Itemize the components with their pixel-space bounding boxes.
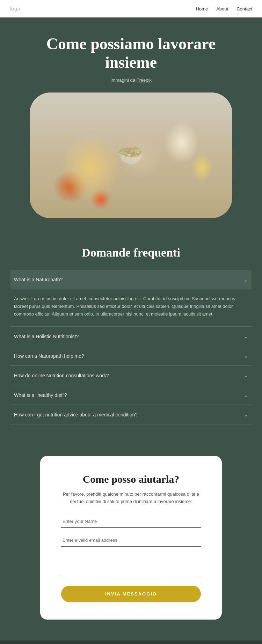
faq-item-3: How can a Naturopath help me? ⌄ (10, 346, 252, 365)
faq-section: Domande frequenti What is a Naturopath? … (0, 229, 262, 438)
chevron-down-icon-1: ⌄ (243, 276, 248, 283)
chevron-down-icon-5: ⌄ (243, 392, 248, 398)
faq-question-text-2: What is a Holistic Nutritionist? (14, 334, 79, 339)
chevron-down-icon-6: ⌄ (243, 411, 248, 418)
faq-question-text-1: What is a Naturopath? (14, 277, 63, 282)
faq-item-1: What is a Naturopath? ⌄ Answer. Lorem ip… (10, 270, 252, 326)
site-header: logo Home About Contact (0, 0, 262, 17)
hero-section: Come possiamo lavorare insieme Immagini … (0, 17, 262, 229)
contact-card: Come posso aiutarla? Per favore, prendit… (40, 456, 222, 620)
hero-image (30, 92, 232, 218)
faq-title: Domande frequenti (10, 246, 252, 259)
hero-title: Come possiamo lavorare insieme (26, 35, 236, 72)
submit-button[interactable]: INVIA MESSAGGIO (61, 586, 201, 602)
faq-question-5[interactable]: What is a "healthy diet"? ⌄ (10, 385, 252, 405)
faq-question-2[interactable]: What is a Holistic Nutritionist? ⌄ (10, 327, 252, 346)
main-nav: Home About Contact (196, 6, 252, 12)
faq-item-4: How do online Nutrition consultations wo… (10, 365, 252, 385)
chevron-down-icon-4: ⌄ (243, 372, 248, 379)
message-textarea[interactable] (61, 553, 201, 577)
faq-question-text-5: What is a "healthy diet"? (14, 392, 67, 398)
nav-contact[interactable]: Contact (236, 6, 252, 12)
hero-image-placeholder (30, 92, 232, 218)
faq-question-1[interactable]: What is a Naturopath? ⌄ (10, 270, 252, 289)
faq-question-4[interactable]: How do online Nutrition consultations wo… (10, 366, 252, 385)
email-input[interactable] (61, 534, 201, 547)
contact-title: Come posso aiutarla? (61, 473, 201, 485)
nav-home[interactable]: Home (196, 6, 208, 12)
faq-item-2: What is a Holistic Nutritionist? ⌄ (10, 326, 252, 346)
faq-question-6[interactable]: How can I get nutrition advice about a m… (10, 405, 252, 424)
freepik-link[interactable]: Freepik (137, 77, 152, 83)
contact-section: Come posso aiutarla? Per favore, prendit… (0, 438, 262, 641)
faq-question-3[interactable]: How can a Naturopath help me? ⌄ (10, 346, 252, 365)
nav-about[interactable]: About (216, 6, 228, 12)
faq-question-text-6: How can I get nutrition advice about a m… (14, 412, 138, 417)
faq-question-text-3: How can a Naturopath help me? (14, 353, 84, 359)
faq-item-5: What is a "healthy diet"? ⌄ (10, 385, 252, 405)
logo: logo (10, 6, 20, 12)
chevron-down-icon-2: ⌄ (243, 333, 248, 340)
site-footer: Sample text. Click to select the Text El… (0, 641, 262, 644)
faq-answer-1: Answer. Lorem ipsum dolor sit amet, cons… (10, 289, 252, 326)
hero-subtitle: Immagini da Freepik (10, 77, 252, 83)
contact-description: Per favore, prenditi qualche minuto per … (61, 491, 201, 505)
name-input[interactable] (61, 515, 201, 528)
faq-question-text-4: How do online Nutrition consultations wo… (14, 373, 109, 378)
faq-item-6: How can I get nutrition advice about a m… (10, 405, 252, 424)
chevron-down-icon-3: ⌄ (243, 353, 248, 359)
